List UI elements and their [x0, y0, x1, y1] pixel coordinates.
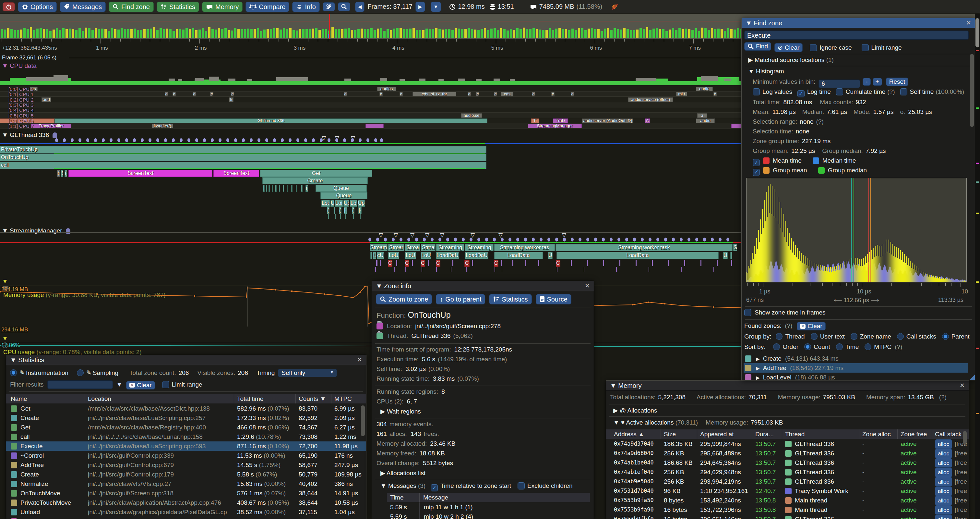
power-button[interactable] — [3, 2, 15, 11]
message-dot[interactable] — [94, 138, 97, 142]
frame-bar[interactable] — [523, 27, 525, 38]
memory-table-header[interactable]: Address ▲SizeAppeared atDura...ThreadZon… — [606, 430, 969, 439]
clear-found-button[interactable]: ✕Clear — [797, 322, 825, 331]
frame-bar[interactable] — [10, 29, 13, 38]
frame-bar[interactable] — [568, 30, 570, 38]
frame-bar[interactable] — [166, 29, 168, 38]
frame-bar[interactable] — [156, 30, 159, 38]
frame-bar[interactable] — [701, 27, 703, 38]
frame-bar[interactable] — [244, 29, 246, 38]
glthread-zone[interactable] — [296, 185, 297, 192]
glthread-zone[interactable]: ( — [327, 207, 329, 214]
frame-bar[interactable] — [205, 31, 207, 38]
frame-bar[interactable] — [30, 27, 32, 38]
frame-bar[interactable] — [189, 29, 191, 38]
frame-bar[interactable] — [59, 30, 61, 38]
frame-bar[interactable] — [163, 29, 165, 38]
streaming-zone[interactable]: LoU — [405, 252, 416, 259]
frame-bar[interactable] — [714, 29, 716, 38]
frame-bar[interactable] — [675, 30, 678, 38]
column-header[interactable]: Dura... — [755, 430, 774, 439]
streaming-zone[interactable]: U — [723, 252, 728, 259]
frame-bar[interactable] — [40, 28, 42, 38]
active-allocations-toggle[interactable]: ▼ — [613, 419, 621, 426]
frame-bar[interactable] — [325, 29, 327, 38]
cpu-zone[interactable]: k — [229, 97, 234, 102]
frame-bar[interactable] — [289, 28, 291, 38]
cpu-zone[interactable]: c — [532, 92, 535, 96]
message-dot[interactable] — [368, 238, 371, 241]
message-dot[interactable] — [664, 238, 667, 241]
zone-statistics-button[interactable]: Statistics — [489, 294, 531, 305]
frame-bar[interactable] — [497, 30, 499, 38]
glthread-zone[interactable]: ( — [57, 170, 60, 177]
allocation-row[interactable]: 0x74ab1ef040256 KB294,629,948ns13:50.7GL… — [606, 467, 969, 477]
allocation-row[interactable]: 0x74ab1be040186.68 KB294,645,364ns13:50.… — [606, 458, 969, 467]
frame-bar[interactable] — [348, 28, 350, 38]
frame-bar[interactable] — [98, 29, 100, 38]
glthread-zone[interactable]: Create — [262, 177, 368, 184]
frame-bar[interactable] — [711, 28, 713, 38]
cpu-zone[interactable]: cds — [501, 92, 513, 96]
frame-bar[interactable] — [91, 30, 94, 38]
frame-bar[interactable] — [396, 28, 399, 38]
streaming-zone[interactable]: C — [436, 260, 441, 267]
frame-bar[interactable] — [493, 28, 496, 38]
message-dot[interactable] — [680, 238, 682, 241]
frame-bar[interactable] — [153, 27, 155, 38]
glthread-zone[interactable]: Loa — [321, 200, 330, 207]
frame-bar[interactable] — [500, 28, 502, 38]
glthread-zone[interactable] — [266, 185, 267, 192]
table-row[interactable]: OnRedrawjni/../jni/src/claw/application/… — [6, 517, 366, 519]
frame-bar[interactable] — [374, 30, 376, 38]
frame-bar[interactable] — [318, 30, 321, 38]
memory-scrollbar-thumb[interactable] — [963, 431, 967, 444]
streaming-zone[interactable] — [472, 260, 473, 266]
streaming-zone[interactable] — [370, 252, 372, 259]
filter-funnel-icon[interactable]: ▼ — [116, 381, 122, 388]
frame-bar[interactable] — [656, 28, 658, 38]
streaming-zone[interactable] — [380, 260, 381, 266]
sampling-radio[interactable] — [77, 369, 84, 376]
glthread-zone[interactable]: E — [263, 185, 265, 192]
message-dot[interactable] — [579, 238, 581, 241]
frame-bar[interactable] — [425, 29, 428, 38]
ignore-case-checkbox[interactable] — [810, 44, 817, 51]
frame-bar[interactable] — [137, 30, 139, 38]
message-dot[interactable] — [133, 138, 136, 142]
frame-marker-icon[interactable]: ▽ — [562, 233, 566, 238]
cpu-zone[interactable]: c — [165, 92, 168, 96]
close-icon[interactable]: ✕ — [966, 18, 971, 28]
frame-bar[interactable] — [315, 28, 318, 38]
collapse-triangle-icon[interactable]: ▼ — [610, 382, 618, 389]
timing-select[interactable]: Self only▼ — [278, 369, 337, 377]
streaming-zone[interactable] — [452, 260, 453, 266]
frame-bar[interactable] — [27, 29, 29, 38]
frame-bar[interactable] — [480, 29, 483, 38]
alloc-button[interactable]: alloc — [935, 449, 952, 458]
message-dot[interactable] — [493, 238, 496, 241]
cpu-core-row[interactable]: audio.sea[0:5] CPU 5 — [0, 113, 741, 118]
frame-bar[interactable] — [468, 28, 470, 38]
stats-table-header[interactable]: NameLocationTotal timeCounts ▼MTPC — [6, 394, 366, 404]
table-row[interactable]: calljni/../jni/../../../src/claw/base/Lu… — [6, 432, 366, 441]
streaming-zone[interactable]: LoadDaU — [465, 252, 488, 259]
frame-bar[interactable] — [652, 29, 655, 38]
frame-bar[interactable] — [399, 28, 402, 38]
streaming-zone[interactable]: LoU — [388, 252, 399, 259]
found-zone-row[interactable]: ▶ LoadLevel (18) 406.88 µs — [744, 373, 968, 380]
frame-marker-icon[interactable]: ▽ — [425, 233, 430, 238]
message-dot[interactable] — [281, 138, 284, 142]
column-header[interactable]: Thread — [785, 430, 805, 439]
collapse-triangle-icon[interactable]: ▼ — [10, 356, 18, 364]
frame-bar[interactable] — [487, 30, 489, 38]
frame-marker-icon[interactable]: ▽ — [394, 233, 398, 238]
frame-bar[interactable] — [195, 30, 197, 38]
frame-bar[interactable] — [286, 29, 288, 38]
message-dot[interactable] — [258, 138, 260, 142]
message-dot[interactable] — [687, 238, 690, 241]
glthread-zone[interactable]: Up — [358, 200, 365, 207]
stats-scrollbar-thumb[interactable] — [361, 406, 365, 436]
frame-bar[interactable] — [143, 29, 146, 38]
frame-bar[interactable] — [584, 30, 587, 38]
